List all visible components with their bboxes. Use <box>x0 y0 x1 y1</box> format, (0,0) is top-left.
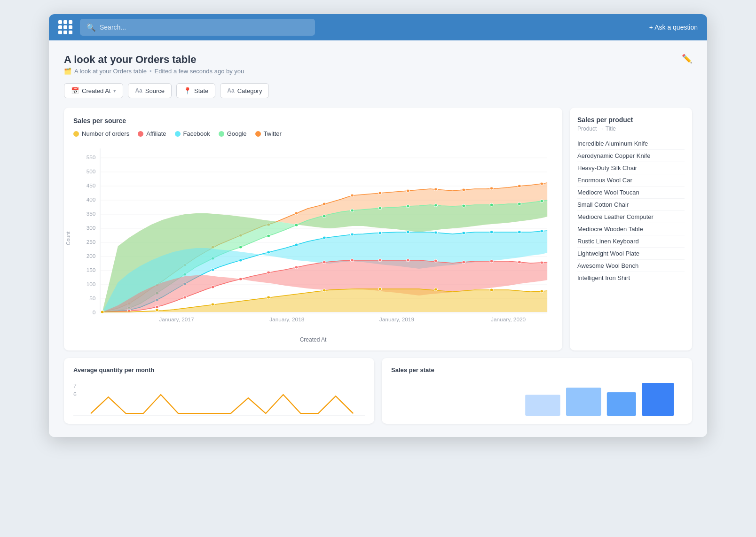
sidebar-subtitle: Product → Title <box>577 125 685 132</box>
list-item[interactable]: Lightweight Wool Plate <box>577 248 685 260</box>
svg-point-105 <box>267 296 270 299</box>
chart-title: Sales per source <box>73 117 553 125</box>
svg-point-78 <box>434 231 437 234</box>
sales-per-state-chart <box>391 378 683 420</box>
list-item[interactable]: Rustic Linen Keyboard <box>577 235 685 248</box>
edited-label: Edited a few seconds ago by you <box>154 68 244 75</box>
svg-point-45 <box>518 185 521 187</box>
svg-point-92 <box>323 261 326 264</box>
legend-google: Google <box>219 130 247 137</box>
svg-point-64 <box>540 200 543 202</box>
breadcrumb-label: A look at your Orders table <box>74 68 147 75</box>
filter-state[interactable]: 📍 State <box>176 83 215 98</box>
svg-text:7: 7 <box>73 383 77 389</box>
list-item[interactable]: Aerodynamic Copper Knife <box>577 150 685 162</box>
filter-source-label: Source <box>145 87 165 94</box>
svg-point-99 <box>518 261 521 264</box>
location-icon: 📍 <box>183 87 191 94</box>
ask-question-label: + Ask a question <box>649 23 698 31</box>
legend-twitter: Twitter <box>255 130 282 137</box>
list-item[interactable]: Intelligent Iron Shirt <box>577 272 685 284</box>
svg-point-46 <box>540 182 543 185</box>
svg-text:400: 400 <box>87 197 96 202</box>
edit-icon[interactable]: ✏️ <box>682 54 692 64</box>
legend-label-orders: Number of orders <box>82 130 129 137</box>
text-icon: Aa <box>135 87 142 94</box>
ask-question-button[interactable]: + Ask a question <box>649 23 698 31</box>
legend-dot-orders <box>73 131 79 137</box>
filter-category-label: Category <box>237 87 262 94</box>
list-item[interactable]: Mediocre Wooden Table <box>577 223 685 235</box>
app-logo <box>58 20 72 34</box>
svg-point-106 <box>323 289 326 292</box>
svg-point-77 <box>406 231 410 233</box>
svg-point-108 <box>434 288 437 291</box>
y-axis-label: Count <box>65 232 71 245</box>
filter-source[interactable]: Aa Source <box>128 83 172 98</box>
svg-text:350: 350 <box>87 211 96 217</box>
svg-text:300: 300 <box>87 226 96 231</box>
dashboard-grid: Sales per source Number of orders Affili… <box>64 108 692 350</box>
list-item[interactable]: Enormous Wool Car <box>577 174 685 187</box>
search-bar[interactable]: 🔍 <box>80 19 315 36</box>
svg-point-70 <box>211 268 214 271</box>
list-item[interactable]: Mediocre Leather Computer <box>577 211 685 223</box>
search-input[interactable] <box>100 23 308 31</box>
avg-quantity-card: Average quantity per month 7 6 <box>64 358 374 424</box>
avg-quantity-chart: 7 6 <box>73 378 365 420</box>
list-item[interactable]: Incredible Aluminum Knife <box>577 138 685 150</box>
svg-rect-114 <box>566 388 601 416</box>
svg-point-93 <box>350 259 354 262</box>
list-item[interactable]: Heavy-Duty Silk Chair <box>577 162 685 174</box>
svg-point-90 <box>267 271 270 274</box>
legend-affiliate: Affiliate <box>138 130 166 137</box>
filter-created-at-label: Created At <box>82 87 110 94</box>
svg-point-96 <box>434 259 437 262</box>
svg-point-73 <box>295 243 298 246</box>
svg-point-74 <box>323 236 326 239</box>
svg-text:150: 150 <box>87 268 96 273</box>
svg-point-53 <box>239 246 242 249</box>
svg-point-81 <box>518 231 521 233</box>
svg-point-102 <box>101 311 104 313</box>
avg-quantity-title: Average quantity per month <box>73 366 365 374</box>
svg-point-42 <box>434 188 437 191</box>
app-window: 🔍 + Ask a question A look at your Orders… <box>49 14 707 437</box>
svg-rect-116 <box>642 383 674 416</box>
svg-point-56 <box>323 215 326 218</box>
svg-point-41 <box>406 189 410 192</box>
search-icon: 🔍 <box>87 23 96 32</box>
chart-legend: Number of orders Affiliate Facebook Goog… <box>73 130 553 137</box>
legend-number-of-orders: Number of orders <box>73 130 129 137</box>
svg-text:450: 450 <box>87 183 96 188</box>
sales-per-state-title: Sales per state <box>391 366 683 374</box>
legend-label-twitter: Twitter <box>264 130 282 137</box>
svg-text:January, 2020: January, 2020 <box>491 317 526 322</box>
svg-point-79 <box>462 232 465 234</box>
svg-point-103 <box>155 309 158 311</box>
legend-dot-twitter <box>255 131 261 137</box>
svg-point-54 <box>267 234 270 237</box>
breadcrumb-icon: 🗂️ <box>64 68 71 75</box>
svg-text:January, 2019: January, 2019 <box>379 317 414 322</box>
legend-dot-facebook <box>175 131 181 137</box>
filter-created-at[interactable]: 📅 Created At ▾ <box>64 83 123 98</box>
filter-state-label: State <box>194 87 208 94</box>
filter-category[interactable]: Aa Category <box>220 83 269 98</box>
legend-facebook: Facebook <box>175 130 210 137</box>
list-item[interactable]: Small Cotton Chair <box>577 199 685 211</box>
svg-point-39 <box>350 194 354 197</box>
svg-point-107 <box>378 288 382 290</box>
svg-point-98 <box>490 260 493 263</box>
svg-text:January, 2018: January, 2018 <box>269 317 304 322</box>
x-axis-label: Created At <box>73 336 553 343</box>
legend-label-affiliate: Affiliate <box>146 130 166 137</box>
svg-point-61 <box>462 204 465 207</box>
svg-point-44 <box>490 187 493 190</box>
svg-point-76 <box>378 232 382 234</box>
svg-text:6: 6 <box>73 392 77 397</box>
list-item[interactable]: Mediocre Wool Toucan <box>577 187 685 199</box>
svg-point-60 <box>434 204 437 207</box>
svg-point-91 <box>295 266 298 269</box>
list-item[interactable]: Awesome Wool Bench <box>577 260 685 272</box>
